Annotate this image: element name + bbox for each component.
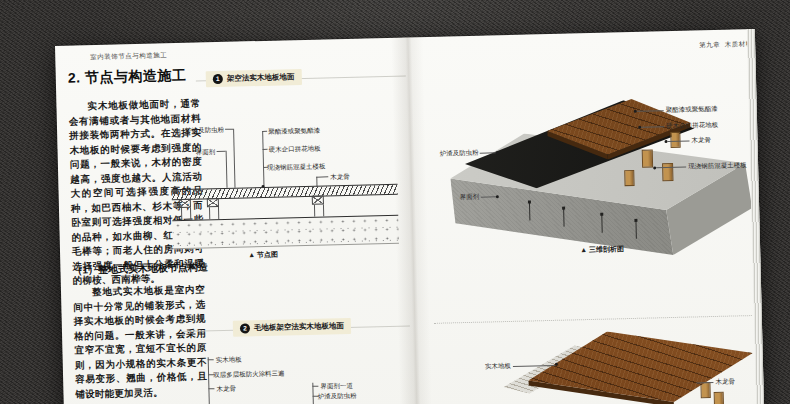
figure1-joist-block — [179, 199, 191, 208]
leader-line — [233, 129, 235, 188]
figure1-joist-stem — [181, 208, 191, 220]
leader-tick — [263, 149, 268, 150]
figure3-wood-joist — [624, 170, 634, 186]
figure2-label-plywood: 双层多层板防火涂料三遍 — [213, 369, 285, 378]
leader-dot — [638, 126, 641, 129]
figure3-pin-head — [528, 200, 531, 203]
figure1-label-joist: 木龙骨 — [330, 173, 350, 181]
figure3-pin-head — [562, 207, 565, 210]
figure1-joist-block — [207, 198, 219, 207]
figure1-concrete-slab — [172, 215, 399, 250]
section-divider — [434, 315, 752, 324]
leader-tick — [208, 359, 214, 360]
figure2-badge-number-circle: 2 — [240, 323, 250, 333]
figure4-label-floor: 实木地板 — [485, 362, 511, 370]
leader-line — [226, 151, 228, 188]
leader-line — [217, 151, 226, 152]
right-page: 第九章 木质材料 聚酯漆或聚氨酯漆 — [407, 29, 756, 404]
photo-scene: 室内装饰节点与构造施工 2. 节点与构造施工 实木地板做地面时，通常会有满铺或者… — [0, 0, 790, 404]
figure1-label-paint: 聚酯漆或聚氨酯漆 — [268, 127, 320, 136]
figure2-label-floor: 实木地板 — [216, 356, 242, 364]
figure3-label-concrete: 现浇钢筋混凝土楼板 — [688, 161, 747, 170]
leader-dot — [664, 140, 667, 143]
chapter-number: 第九章 — [699, 41, 720, 49]
figure3-label-paint: 聚酯漆或聚氨酯漆 — [666, 105, 718, 114]
open-book: 室内装饰节点与构造施工 2. 节点与构造施工 实木地板做地面时，通常会有满铺或者… — [55, 29, 764, 404]
leader-line — [316, 176, 328, 177]
figure1-caption: ▲ 节点图 — [248, 250, 278, 261]
figure3-label-hardwood: 硬木企口拼花地板 — [666, 121, 718, 130]
figure1-label-concrete: 现浇钢筋混凝土楼板 — [267, 162, 326, 171]
leader-dot — [634, 110, 637, 113]
page-title: 2. 节点与构造施工 — [68, 67, 187, 88]
running-header-left: 室内装饰节点与构造施工 — [90, 51, 167, 62]
figure2-badge-label: 毛地板架空法实木地板地面 — [254, 321, 344, 333]
figure3-pin-head — [634, 219, 637, 222]
figure2-badge: 2 毛地板架空法实木地板地面 — [233, 318, 351, 337]
figure2-label-interface: 界面剂一道 — [320, 382, 353, 390]
left-page: 室内装饰节点与构造施工 2. 节点与构造施工 实木地板做地面时，通常会有满铺或者… — [55, 37, 416, 404]
leader-tick — [312, 386, 318, 387]
figure1-joist-stem — [209, 207, 219, 219]
figure2-label-cinder: 炉渣及防虫粉 — [318, 392, 357, 400]
paragraph-2: 整地式实木地板是室内空间中十分常见的铺装形式，选择实木地板的时候会考虑到规格的问… — [73, 282, 208, 401]
figure1-label-hardwood: 硬木企口拼花地板 — [269, 145, 321, 154]
leader-dot — [496, 195, 499, 198]
figure4-label-joist: 木龙骨 — [715, 377, 735, 385]
figure1-joist-block — [312, 195, 324, 204]
leader-tick — [208, 388, 214, 389]
figure1-label-cinder: 炉渣及防虫粉 — [185, 126, 224, 134]
figure1-joist-stem — [314, 204, 324, 216]
figure2-label-joist: 木龙骨 — [216, 385, 236, 393]
figure1-badge: 1 架空法实木地板地面 — [206, 69, 302, 87]
leader-line — [262, 131, 264, 188]
figure4-wood-joist — [714, 392, 724, 404]
figure3-wood-joist — [642, 149, 653, 167]
figure1-badge-label: 架空法实木地板地面 — [227, 72, 295, 84]
leader-tick — [262, 131, 267, 132]
figure3-caption: ▲ 三维剖析图 — [580, 244, 624, 255]
running-header-right: 第九章 木质材料 — [699, 40, 753, 50]
figure1-badge-number-circle: 1 — [213, 74, 223, 84]
figure1-floorboard-layer — [172, 184, 398, 201]
figure3-label-cinder: 炉渣及防虫粉 — [440, 149, 479, 157]
figure3-label-interface: 界面剂 — [460, 193, 480, 201]
leader-line — [225, 129, 233, 130]
figure3-wood-joist — [662, 163, 673, 181]
leader-dot — [496, 151, 499, 154]
leader-dot — [555, 363, 558, 366]
leader-line — [208, 357, 210, 404]
figure1-label-interface: 界面剂 — [196, 148, 216, 156]
leader-dot — [653, 166, 656, 169]
leader-line — [696, 382, 713, 383]
figure3-label-joist: 木龙骨 — [691, 136, 711, 144]
figure3-pin-head — [600, 213, 603, 216]
